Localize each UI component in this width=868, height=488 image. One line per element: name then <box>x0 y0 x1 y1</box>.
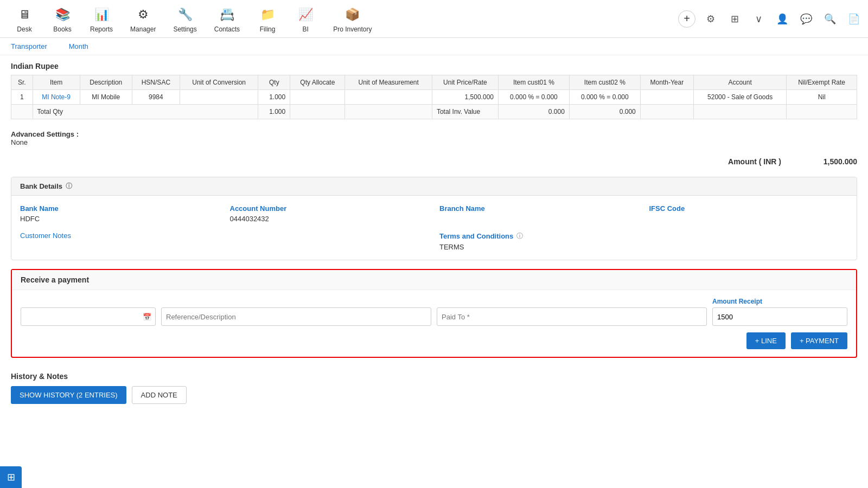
account-number-value: 0444032432 <box>230 215 429 223</box>
cell-total-inv-label: Total Inv. Value <box>432 105 498 119</box>
main-content: Indian Rupee Sr. Item Description HSN/SA… <box>0 55 868 409</box>
reference-field <box>161 307 431 326</box>
currency-label: Indian Rupee <box>11 55 857 75</box>
paid-to-input[interactable] <box>437 307 707 326</box>
nav-pro-inventory[interactable]: 📦 Pro Inventory <box>324 1 380 37</box>
amount-label: Amount ( INR ) <box>728 157 781 166</box>
cell-description: MI Mobile <box>80 90 132 105</box>
terms-value: TERMS <box>439 243 848 251</box>
nav-books-label: Books <box>53 25 71 33</box>
cell-unit-conversion <box>180 90 258 105</box>
nav-desk[interactable]: 🖥 Desk <box>5 1 43 37</box>
col-month-year: Month-Year <box>640 75 693 90</box>
col-nil-exempt: Nil/Exempt Rate <box>787 75 857 90</box>
col-sr: Sr. <box>11 75 33 90</box>
col-qty: Qty <box>258 75 290 90</box>
add-note-button[interactable]: ADD NOTE <box>132 386 187 404</box>
line-button[interactable]: + LINE <box>746 332 786 349</box>
nav-actions: + ⚙ ⊞ ∨ 👤 💬 🔍 📄 <box>678 10 863 28</box>
bank-info-icon: ⓘ <box>66 182 72 191</box>
nav-reports[interactable]: 📊 Reports <box>81 1 122 37</box>
payment-fields: 📅 Amount Receipt <box>21 298 847 326</box>
bank-details-body: Bank Name HDFC Account Number 0444032432… <box>11 196 857 232</box>
grid-icon[interactable]: ⊞ <box>726 10 743 28</box>
nav-bi[interactable]: 📈 BI <box>286 1 324 37</box>
gear-icon[interactable]: ⚙ <box>702 10 719 28</box>
terms-conditions-link[interactable]: Terms and Conditions <box>439 232 513 240</box>
transporter-link[interactable]: Transporter <box>11 42 47 50</box>
show-history-button[interactable]: SHOW HISTORY (2 ENTRIES) <box>11 386 126 404</box>
reference-input[interactable] <box>161 307 431 326</box>
cell-unit-price: 1,500.000 <box>432 90 498 105</box>
month-link[interactable]: Month <box>69 42 88 50</box>
pro-inventory-icon: 📦 <box>343 5 362 24</box>
cell-total-label <box>11 105 33 119</box>
history-title: History & Notes <box>11 372 857 381</box>
customer-notes-link[interactable]: Customer Notes <box>20 232 71 240</box>
date-field: 📅 <box>21 307 156 326</box>
account-number-label: Account Number <box>230 204 429 213</box>
payment-button[interactable]: + PAYMENT <box>791 332 847 349</box>
date-input[interactable] <box>21 307 156 326</box>
table-total-row: Total Qty 1.000 Total Inv. Value 0.000 0… <box>11 105 857 119</box>
payment-actions: + LINE + PAYMENT <box>21 332 847 349</box>
user-icon[interactable]: 👤 <box>774 10 791 28</box>
amount-receipt-input[interactable] <box>712 307 847 326</box>
col-description: Description <box>80 75 132 90</box>
nav-contacts[interactable]: 📇 Contacts <box>206 1 248 37</box>
cell-hsn-sac: 9984 <box>132 90 180 105</box>
desk-icon: 🖥 <box>15 5 34 24</box>
col-unit-price: Unit Price/Rate <box>432 75 498 90</box>
table-row: 1 MI Note-9 MI Mobile 9984 1.000 1,500.0… <box>11 90 857 105</box>
cell-qty-allocate <box>290 90 345 105</box>
terms-conditions-section: Terms and Conditions ⓘ TERMS <box>439 232 848 251</box>
bank-grid: Bank Name HDFC Account Number 0444032432… <box>20 204 848 223</box>
nav-bi-label: BI <box>302 25 308 33</box>
nav-reports-label: Reports <box>90 25 113 33</box>
cell-unit-measurement <box>345 90 432 105</box>
ifsc-code-field: IFSC Code <box>649 204 848 223</box>
cell-month-year <box>640 90 693 105</box>
col-qty-allocate: Qty Allocate <box>290 75 345 90</box>
bank-name-field: Bank Name HDFC <box>20 204 219 223</box>
nav-settings[interactable]: 🔧 Settings <box>164 1 205 37</box>
nav-manager[interactable]: ⚙ Manager <box>122 1 164 37</box>
cell-cust02: 0.000 % = 0.000 <box>569 90 640 105</box>
nav-desk-label: Desk <box>17 25 31 33</box>
bank-name-label: Bank Name <box>20 204 219 213</box>
branch-name-label: Branch Name <box>439 204 639 213</box>
bank-name-value: HDFC <box>20 215 219 223</box>
chat-icon[interactable]: 💬 <box>797 10 815 28</box>
filing-icon: 📁 <box>258 5 277 24</box>
cell-total-qty-value: 1.000 <box>258 105 290 119</box>
payment-header: Receive a payment <box>12 270 856 290</box>
col-unit-measurement: Unit of Measurement <box>345 75 432 90</box>
nav-contacts-label: Contacts <box>214 25 240 33</box>
customer-notes-section: Customer Notes <box>20 232 429 251</box>
contacts-icon: 📇 <box>217 5 237 24</box>
item-link[interactable]: MI Note-9 <box>42 93 71 101</box>
nav-settings-label: Settings <box>173 25 196 33</box>
amount-receipt-label: Amount Receipt <box>712 298 847 305</box>
advanced-settings-label: Advanced Settings : <box>11 130 79 138</box>
col-hsn-sac: HSN/SAC <box>132 75 180 90</box>
nav-pro-inventory-label: Pro Inventory <box>333 25 372 33</box>
reports-icon: 📊 <box>92 5 111 24</box>
cell-qty: 1.000 <box>258 90 290 105</box>
nav-filing[interactable]: 📁 Filing <box>248 1 286 37</box>
add-button[interactable]: + <box>678 10 695 28</box>
advanced-settings-value: None <box>11 138 857 146</box>
paid-to-field <box>437 307 707 326</box>
nav-books[interactable]: 📚 Books <box>43 1 81 37</box>
cell-item: MI Note-9 <box>33 90 80 105</box>
document-icon[interactable]: 📄 <box>845 10 863 28</box>
col-unit-conversion: Unit of Conversion <box>180 75 258 90</box>
search-icon[interactable]: 🔍 <box>821 10 839 28</box>
chevron-icon[interactable]: ∨ <box>750 10 767 28</box>
top-nav: 🖥 Desk 📚 Books 📊 Reports ⚙ Manager 🔧 Set… <box>0 0 868 38</box>
bank-details-title: Bank Details <box>20 182 62 190</box>
sub-header: Transporter Month <box>0 38 868 55</box>
col-account: Account <box>693 75 786 90</box>
notes-terms-row: Customer Notes Terms and Conditions ⓘ TE… <box>11 232 857 260</box>
bank-details-header: Bank Details ⓘ <box>11 177 857 196</box>
